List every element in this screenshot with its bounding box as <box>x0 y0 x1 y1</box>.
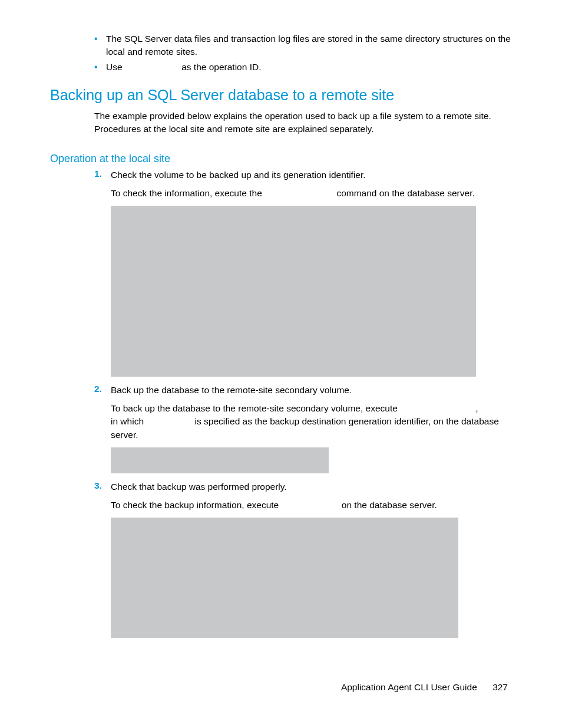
body-post: on the database server. <box>339 500 437 510</box>
page-footer: Application Agent CLI User Guide 327 <box>341 682 508 693</box>
bullet-item: The SQL Server data files and transactio… <box>106 32 512 58</box>
bullet-text-pre: Use <box>106 62 125 72</box>
subsection-heading: Operation at the local site <box>50 153 512 165</box>
body-post: command on the database server. <box>334 188 475 198</box>
step-1: Check the volume to be backed up and its… <box>94 169 512 377</box>
bullet-text: The SQL Server data files and transactio… <box>106 34 511 57</box>
section-intro-text: The example provided below explains the … <box>94 110 512 135</box>
intro-bullet-list: The SQL Server data files and transactio… <box>50 32 512 74</box>
bullet-text-post: as the operation ID. <box>179 62 262 72</box>
section-heading: Backing up an SQL Server database to a r… <box>50 87 512 104</box>
step-title: Check the volume to be backed up and its… <box>111 169 512 182</box>
step-title: Back up the database to the remote-site … <box>111 384 512 397</box>
step-body: To check the information, execute the co… <box>111 187 512 200</box>
body-line3: server. <box>111 430 138 440</box>
code-block <box>111 206 476 377</box>
code-block <box>111 447 329 473</box>
page-number: 327 <box>492 682 508 692</box>
step-3: Check that backup was performed properly… <box>94 480 512 638</box>
body-line2-pre: in which <box>111 416 146 426</box>
body-pre: To check the backup information, execute <box>111 500 282 510</box>
step-body: To back up the database to the remote-si… <box>111 402 512 442</box>
body-pre: To back up the database to the remote-si… <box>111 403 400 413</box>
footer-title: Application Agent CLI User Guide <box>341 682 477 692</box>
code-block <box>111 518 458 638</box>
body-post: , <box>475 403 478 413</box>
step-2: Back up the database to the remote-site … <box>94 384 512 473</box>
document-page: The SQL Server data files and transactio… <box>0 0 562 728</box>
bullet-item: Use as the operation ID. <box>106 61 512 74</box>
step-body: To check the backup information, execute… <box>111 499 512 512</box>
body-line2-mid: is specified as the backup destination g… <box>192 416 498 426</box>
numbered-steps: Check the volume to be backed up and its… <box>50 169 512 638</box>
body-pre: To check the information, execute the <box>111 188 265 198</box>
step-title: Check that backup was performed properly… <box>111 480 512 493</box>
